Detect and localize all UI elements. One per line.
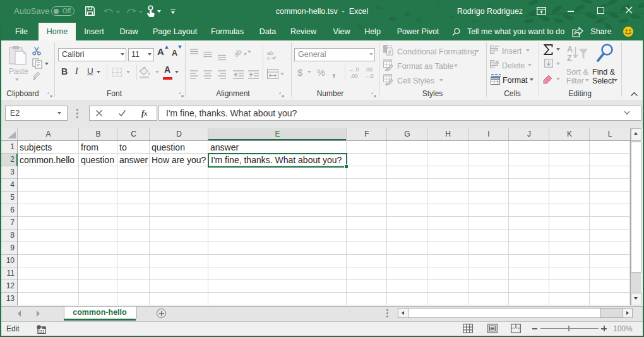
svg-text:Z: Z [567, 54, 572, 63]
svg-text:ab: ab [235, 47, 243, 58]
svg-text:A: A [567, 45, 573, 54]
svg-text:c: c [267, 55, 270, 61]
